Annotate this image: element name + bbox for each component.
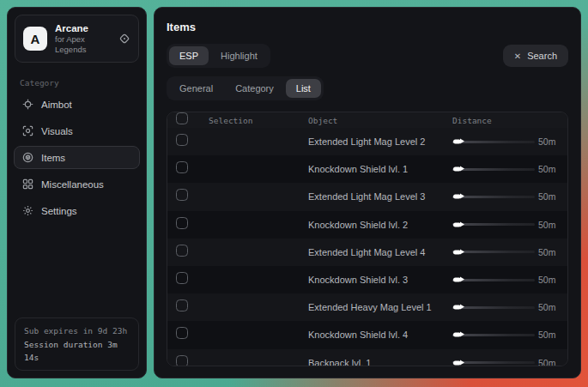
tab-esp[interactable]: ESP (169, 46, 209, 65)
table-row: Backpack lvl. 1 50m (167, 349, 567, 367)
crosshair-icon (22, 99, 33, 110)
mode-tabs: ESP Highlight (167, 44, 270, 68)
slider-thumb[interactable] (453, 250, 461, 254)
category-section-label: Category (20, 78, 134, 88)
distance-value: 50m (535, 164, 568, 174)
sidebar-item-label: Settings (41, 206, 77, 216)
sidebar-item-visuals[interactable]: Visuals (14, 119, 140, 142)
distance-value: 50m (535, 191, 568, 202)
gear-icon (22, 205, 33, 216)
session-info-box: Sub expires in 9d 23h Session duration 3… (15, 317, 139, 371)
object-label: Backpack lvl. 1 (308, 358, 452, 366)
view-tabs: General Category List (167, 76, 324, 100)
distance-value: 50m (535, 136, 568, 147)
tab-list[interactable]: List (286, 79, 321, 98)
close-icon: ✕ (514, 51, 521, 61)
tab-category[interactable]: Category (225, 79, 284, 98)
row-checkbox[interactable] (176, 355, 188, 366)
slider-thumb[interactable] (453, 140, 461, 144)
sidebar-item-settings[interactable]: Settings (14, 199, 140, 222)
table-header-row: Selection Object Distance Color (167, 112, 567, 128)
row-checkbox[interactable] (176, 217, 188, 229)
table-row: Knockdown Shield lvl. 2 50m (167, 211, 567, 239)
column-header-distance: Distance (452, 116, 535, 125)
object-label: Extended Light Mag Level 3 (308, 191, 452, 202)
table-row: Knockdown Shield lvl. 3 50m (167, 266, 567, 293)
main-panel: Items ESP Highlight ✕ Search General Cat… (154, 7, 581, 378)
distance-value: 50m (535, 302, 568, 312)
object-label: Extended Light Mag Level 2 (308, 136, 452, 147)
slider-thumb[interactable] (453, 167, 461, 172)
table-row: Knockdown Shield lvl. 4 50m (167, 321, 567, 348)
app-name: Arcane (55, 22, 111, 34)
sidebar: A Arcane for Apex Legends Category Aimbo… (7, 7, 147, 378)
distance-slider[interactable] (452, 239, 535, 266)
distance-slider[interactable] (452, 155, 535, 183)
tab-general[interactable]: General (169, 79, 223, 98)
gem-badge-icon[interactable] (118, 33, 130, 45)
sidebar-item-items[interactable]: Items (14, 146, 140, 169)
distance-slider[interactable] (452, 293, 535, 321)
table-row: Knockdown Shield lvl. 1 50m (167, 155, 567, 183)
sidebar-item-label: Visuals (41, 126, 73, 136)
table-row: Extended Light Mag Level 2 50m (167, 128, 567, 155)
row-checkbox[interactable] (176, 189, 188, 201)
row-checkbox[interactable] (176, 134, 188, 146)
slider-track (452, 279, 535, 281)
distance-value: 50m (535, 358, 568, 366)
column-header-object: Object (308, 116, 452, 125)
slider-thumb[interactable] (453, 305, 461, 310)
items-table: Selection Object Distance Color Extended… (167, 112, 568, 366)
search-button[interactable]: ✕ Search (503, 45, 568, 67)
distance-slider[interactable] (452, 211, 535, 239)
distance-slider[interactable] (452, 349, 535, 367)
app-header-card: A Arcane for Apex Legends (15, 15, 139, 63)
sidebar-item-label: Miscellaneous (41, 179, 104, 190)
row-checkbox[interactable] (176, 161, 188, 173)
object-label: Knockdown Shield lvl. 1 (308, 164, 452, 174)
slider-thumb[interactable] (453, 195, 461, 199)
row-checkbox[interactable] (176, 245, 188, 257)
distance-value: 50m (535, 247, 568, 257)
session-duration-text: Session duration 3m 14s (24, 338, 130, 364)
package-icon (22, 152, 33, 163)
object-label: Extended Light Mag Level 4 (308, 247, 452, 257)
sidebar-item-label: Aimbot (41, 100, 72, 110)
slider-track (452, 361, 535, 364)
select-all-checkbox[interactable] (176, 112, 188, 124)
tab-highlight[interactable]: Highlight (210, 46, 268, 65)
eye-icon (22, 125, 33, 136)
row-checkbox[interactable] (176, 299, 188, 311)
page-title: Items (167, 21, 568, 33)
slider-track (452, 168, 535, 171)
distance-slider[interactable] (452, 321, 535, 348)
sub-expiry-text: Sub expires in 9d 23h (24, 324, 130, 337)
grid-icon (22, 178, 33, 190)
distance-value: 50m (535, 220, 568, 230)
app-subtitle: for Apex Legends (55, 34, 111, 55)
sidebar-item-miscellaneous[interactable]: Miscellaneous (14, 172, 140, 196)
distance-value: 50m (535, 330, 568, 340)
object-label: Knockdown Shield lvl. 2 (308, 220, 452, 230)
app-logo: A (23, 27, 47, 51)
slider-thumb[interactable] (453, 278, 461, 282)
distance-slider[interactable] (452, 128, 535, 155)
slider-track (452, 306, 535, 309)
slider-thumb[interactable] (453, 333, 461, 337)
sidebar-nav: Aimbot Visuals Items (8, 89, 146, 226)
sidebar-item-aimbot[interactable]: Aimbot (14, 93, 140, 116)
table-body: Extended Light Mag Level 2 50m Knockdown… (167, 128, 567, 366)
row-checkbox[interactable] (176, 327, 188, 339)
column-header-selection: Selection (209, 116, 308, 125)
row-checkbox[interactable] (176, 272, 188, 284)
object-label: Knockdown Shield lvl. 3 (308, 275, 452, 285)
slider-thumb[interactable] (453, 360, 461, 365)
slider-thumb[interactable] (453, 222, 461, 227)
table-row: Extended Light Mag Level 4 50m (167, 239, 567, 266)
object-label: Knockdown Shield lvl. 4 (308, 330, 452, 340)
slider-track (452, 196, 535, 198)
distance-slider[interactable] (452, 183, 535, 210)
search-button-label: Search (527, 51, 557, 61)
table-row: Extended Light Mag Level 3 50m (167, 183, 567, 210)
distance-slider[interactable] (452, 266, 535, 293)
